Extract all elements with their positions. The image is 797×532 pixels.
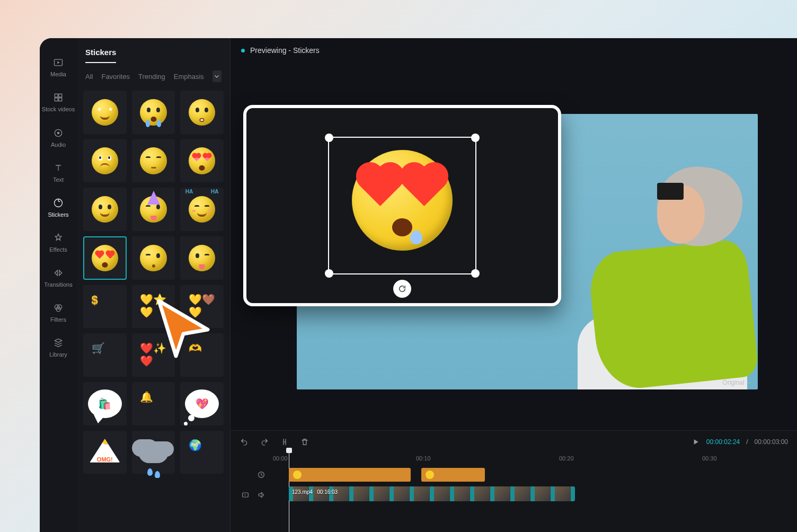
sticker-pensive[interactable] <box>132 139 175 183</box>
aspect-label[interactable]: Original <box>722 379 752 386</box>
play-icon[interactable] <box>692 438 700 446</box>
rotate-button[interactable] <box>393 280 411 298</box>
chevron-down-icon <box>746 379 752 386</box>
sticker-party-tongue[interactable] <box>132 188 175 231</box>
undo-icon[interactable] <box>240 438 249 446</box>
ruler-tick: 00:20 <box>559 455 574 462</box>
svg-rect-4 <box>59 98 62 101</box>
sticker-sparkle-hearts[interactable]: ❤️✨❤️ <box>132 333 175 377</box>
video-track-icon[interactable] <box>241 491 250 499</box>
sticker-speech-gifts[interactable]: 🛍️ <box>83 382 127 425</box>
ruler-tick: 00:30 <box>702 455 717 462</box>
rail-effects[interactable]: Effects <box>40 226 77 261</box>
timecode-current: 00:00:02:24 <box>706 438 740 446</box>
sticker-dollar-sign[interactable]: $ <box>83 285 127 329</box>
resize-handle-tl[interactable] <box>325 134 333 142</box>
video-editor-window: Media Stock videos Audio Text Stickers E… <box>40 38 797 532</box>
timeline-tools <box>240 438 309 446</box>
resize-handle-tr[interactable] <box>471 134 480 142</box>
svg-point-6 <box>57 132 59 134</box>
audio-icon <box>53 128 64 138</box>
tab-all[interactable]: All <box>85 73 93 81</box>
stock-icon <box>53 92 64 103</box>
panel-title: Stickers <box>85 48 116 63</box>
playback-controls: 00:00:02:24 / 00:00:03:00 <box>692 438 788 446</box>
timeline-ruler[interactable]: 00:0000:1000:2000:30 <box>273 453 797 465</box>
delete-icon[interactable] <box>300 438 309 446</box>
sticker-rain-cloud[interactable] <box>132 431 175 474</box>
library-icon <box>53 338 64 348</box>
sticker-heart-eyes-drool[interactable] <box>83 236 127 280</box>
tab-emphasis[interactable]: Emphasis <box>174 73 204 81</box>
sticker-laughing-haha[interactable]: HAHA <box>180 188 224 231</box>
redo-icon[interactable] <box>260 438 269 446</box>
sticker-earth-plant[interactable]: 🌍 <box>180 431 224 474</box>
transitions-icon <box>53 268 64 278</box>
rail-label: Text <box>53 176 64 183</box>
rail-stock[interactable]: Stock videos <box>40 86 77 121</box>
tracks: 123.mp4 00:16:03 <box>231 465 797 532</box>
timeline-toolbar: 00:00:02:24 / 00:00:03:00 <box>231 431 797 453</box>
selection-box[interactable] <box>328 137 476 274</box>
rail-label: Effects <box>49 246 67 253</box>
stickers-icon <box>53 198 64 208</box>
rail-media[interactable]: Media <box>40 51 77 86</box>
tab-trending[interactable]: Trending <box>138 73 165 81</box>
ruler-tick: 00:10 <box>416 455 431 462</box>
sticker-loudly-crying[interactable] <box>132 91 175 134</box>
resize-handle-br[interactable] <box>471 269 480 278</box>
sticker-eye-roll[interactable] <box>83 139 127 183</box>
rail-text[interactable]: Text <box>40 156 77 191</box>
sticker-hand-heart[interactable]: 🫶 <box>180 333 224 377</box>
rail-label: Media <box>50 71 66 77</box>
rail-audio[interactable]: Audio <box>40 121 77 156</box>
status-dot-icon <box>241 49 245 52</box>
timecode-sep: / <box>746 438 748 446</box>
video-clip[interactable]: 123.mp4 00:16:03 <box>289 486 575 501</box>
sticker-grid: HAHA$💛⭐💛💛🤎💛🛒❤️✨❤️🫶🛍️🔔💖OMG!👏🌍 <box>77 86 230 478</box>
text-icon <box>53 163 64 173</box>
sticker-worried-rabbit-teeth[interactable] <box>180 91 224 134</box>
panel-tabs: All Favorites Trending Emphasis <box>77 63 230 86</box>
sticker-thought-heart[interactable]: 💖 <box>180 382 224 425</box>
rail-library[interactable]: Library <box>40 331 77 366</box>
sticker-grin[interactable] <box>83 188 127 231</box>
sticker-track <box>231 467 797 483</box>
rail-filters[interactable]: Filters <box>40 296 77 331</box>
rail-stickers[interactable]: Stickers <box>40 191 77 226</box>
svg-rect-1 <box>55 94 58 97</box>
status-text: Previewing - Stickers <box>250 46 320 55</box>
sticker-preview-overlay <box>243 105 561 306</box>
speaker-icon[interactable] <box>257 491 265 499</box>
sticker-heart-eyes-dizzy[interactable] <box>180 139 224 183</box>
heart-eyes-drool-sticker[interactable] <box>352 150 453 251</box>
clock-icon[interactable] <box>257 471 265 479</box>
sticker-clip[interactable] <box>421 468 485 482</box>
sticker-hearts-stars[interactable]: 💛⭐💛 <box>132 285 175 329</box>
sticker-clip[interactable] <box>289 468 411 482</box>
panel-header: Stickers <box>77 38 230 63</box>
tabs-more-button[interactable] <box>212 70 222 82</box>
svg-rect-2 <box>59 94 62 97</box>
sticker-starstruck[interactable] <box>83 91 127 134</box>
rail-label: Filters <box>50 316 66 323</box>
rotate-icon <box>398 285 406 293</box>
sticker-wink-kiss[interactable] <box>132 236 175 280</box>
tab-favorites[interactable]: Favorites <box>101 73 129 81</box>
sticker-lane[interactable] <box>279 467 797 483</box>
sticker-bell-bow[interactable]: 🔔 <box>132 382 175 425</box>
split-icon[interactable] <box>280 438 289 446</box>
rail-label: Stock videos <box>42 106 75 113</box>
rail-transitions[interactable]: Transitions <box>40 261 77 296</box>
sticker-hearts-row[interactable]: 💛🤎💛 <box>180 285 224 329</box>
nav-rail: Media Stock videos Audio Text Stickers E… <box>40 38 77 532</box>
timeline: 00:00:02:24 / 00:00:03:00 00:0000:1000:2… <box>231 430 797 532</box>
sticker-shopping-cart[interactable]: 🛒 <box>83 333 127 377</box>
resize-handle-bl[interactable] <box>325 269 333 278</box>
video-lane[interactable]: 123.mp4 00:16:03 <box>279 486 797 504</box>
sticker-omg-triangle[interactable]: OMG!👏 <box>83 431 127 474</box>
stickers-panel: Stickers All Favorites Trending Emphasis… <box>77 38 231 532</box>
video-frame-illustration <box>541 135 758 389</box>
svg-rect-3 <box>55 98 58 101</box>
sticker-tongue-out[interactable] <box>180 236 224 280</box>
